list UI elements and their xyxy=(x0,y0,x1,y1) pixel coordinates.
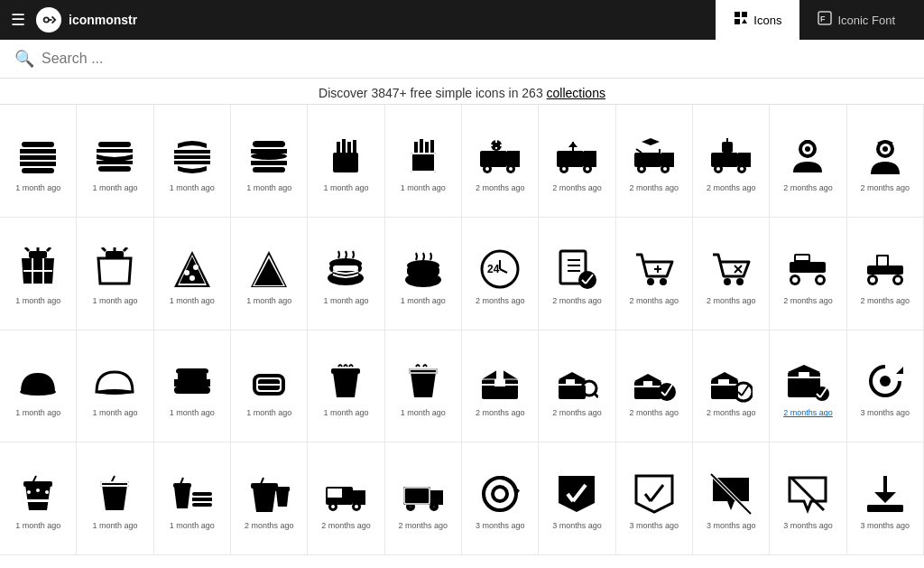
cup1-icon xyxy=(322,358,369,405)
cup2-icon xyxy=(400,358,447,405)
svg-rect-188 xyxy=(173,483,191,488)
svg-rect-195 xyxy=(275,487,290,491)
truck2-icon xyxy=(400,470,447,517)
list-item[interactable]: 1 month ago xyxy=(385,331,462,443)
list-item[interactable]: 2 months ago xyxy=(770,331,846,443)
list-item[interactable]: 1 month ago xyxy=(77,331,153,443)
search-icon: 🔍 xyxy=(14,49,34,69)
icon-timestamp: 2 months ago xyxy=(476,296,525,305)
menu-icon[interactable]: ☰ xyxy=(11,10,25,30)
svg-point-208 xyxy=(432,505,436,508)
icon-timestamp: 1 month ago xyxy=(92,296,137,305)
list-item[interactable]: 1 month ago xyxy=(231,105,308,218)
svg-rect-13 xyxy=(97,149,133,153)
list-item[interactable]: 2 months ago xyxy=(693,218,770,331)
list-item[interactable]: 1 month ago xyxy=(231,331,308,443)
list-item[interactable]: 1 month ago xyxy=(77,218,153,331)
list-item[interactable]: 3 months ago xyxy=(847,331,924,443)
burger1-icon xyxy=(14,133,61,180)
svg-point-103 xyxy=(407,260,439,271)
icon-timestamp: 2 months ago xyxy=(707,408,756,417)
icon-timestamp: 1 month ago xyxy=(323,408,368,417)
icon-timestamp: 3 months ago xyxy=(630,521,679,530)
list-item[interactable]: 2 months ago xyxy=(539,331,615,443)
truck1-icon xyxy=(322,470,369,517)
list-item[interactable]: 1 month ago xyxy=(385,105,462,218)
boxsearch-icon xyxy=(553,358,600,405)
list-item[interactable]: 1 month ago xyxy=(385,218,462,331)
svg-rect-145 xyxy=(331,368,360,374)
icon-timestamp: 2 months ago xyxy=(783,408,833,417)
list-item[interactable]: 1 month ago xyxy=(0,105,77,218)
icon-timestamp: 2 months ago xyxy=(476,183,525,192)
svg-point-59 xyxy=(663,167,667,171)
list-item[interactable]: 2 months ago xyxy=(847,218,924,331)
list-item[interactable]: 1 month ago xyxy=(0,218,77,331)
icon-timestamp: 2 months ago xyxy=(476,408,525,417)
list-item[interactable]: 1 month ago xyxy=(154,105,231,218)
list-item[interactable]: 2 months ago xyxy=(231,442,308,555)
list-item[interactable]: 3 months ago xyxy=(770,442,846,555)
list-item[interactable]: 2 months ago xyxy=(308,442,384,555)
list-item[interactable]: 2 months ago xyxy=(462,105,539,218)
list-item[interactable]: 3 months ago xyxy=(462,442,539,555)
list-item[interactable]: 2 months ago xyxy=(770,218,846,331)
nav-icons[interactable]: Icons xyxy=(716,0,799,40)
list-item[interactable]: 2 months ago xyxy=(616,105,693,218)
nav-iconic-font[interactable]: F Iconic Font xyxy=(799,0,913,40)
list-item[interactable]: 1 month ago xyxy=(0,442,77,555)
list-item[interactable]: 1 month ago xyxy=(308,218,384,331)
svg-point-125 xyxy=(818,277,823,283)
list-item[interactable]: 3 months ago xyxy=(539,442,615,555)
list-item[interactable]: 2 months ago xyxy=(385,442,462,555)
svg-rect-27 xyxy=(347,142,351,155)
box1-icon xyxy=(476,358,523,405)
list-item[interactable]: 3 months ago xyxy=(616,442,693,555)
list-item[interactable]: 1 month ago xyxy=(0,331,77,443)
icon-timestamp: 1 month ago xyxy=(323,296,368,305)
list-item[interactable]: 2 months ago xyxy=(539,105,615,218)
icon-timestamp: 1 month ago xyxy=(15,521,60,530)
svg-rect-16 xyxy=(174,150,210,154)
collections-link[interactable]: collections xyxy=(547,86,605,100)
icon-timestamp: 1 month ago xyxy=(92,521,137,530)
noodles1-icon xyxy=(14,246,61,293)
svg-point-124 xyxy=(792,277,798,283)
list-item[interactable]: 1 month ago xyxy=(154,218,231,331)
list-item[interactable]: 2 months ago xyxy=(539,218,615,331)
list-item[interactable]: 2 months ago xyxy=(616,331,693,443)
fries2-icon xyxy=(400,133,447,180)
svg-rect-77 xyxy=(29,251,47,258)
list-item[interactable]: 3 months ago xyxy=(693,442,770,555)
person2-icon xyxy=(862,133,909,180)
icon-timestamp: 2 months ago xyxy=(861,296,910,305)
svg-point-116 xyxy=(660,278,667,285)
list-item[interactable]: 3 months ago xyxy=(847,442,924,555)
list-item[interactable]: 2 months ago xyxy=(462,331,539,443)
list-item[interactable]: 2 months ago xyxy=(770,105,846,218)
search-input[interactable] xyxy=(42,51,312,67)
list-item[interactable]: 2 months ago xyxy=(693,105,770,218)
delivery2-icon xyxy=(553,133,600,180)
list-item[interactable]: 1 month ago xyxy=(154,442,231,555)
list-item[interactable]: 2 months ago xyxy=(693,331,770,443)
svg-rect-8 xyxy=(20,149,56,154)
icon-timestamp: 1 month ago xyxy=(246,183,291,192)
icon-timestamp: 1 month ago xyxy=(401,296,446,305)
list-item[interactable]: 1 month ago xyxy=(77,105,153,218)
person1-icon xyxy=(784,133,831,180)
svg-rect-11 xyxy=(22,168,54,173)
svg-rect-73 xyxy=(804,140,811,144)
list-item[interactable]: 2 months ago xyxy=(616,218,693,331)
svg-rect-15 xyxy=(98,166,131,172)
list-item[interactable]: 1 month ago xyxy=(77,442,153,555)
svg-point-212 xyxy=(494,489,505,499)
list-item[interactable]: 1 month ago xyxy=(231,218,308,331)
svg-marker-36 xyxy=(507,151,520,167)
list-item[interactable]: 1 month ago xyxy=(308,105,384,218)
list-item[interactable]: 1 month ago xyxy=(154,331,231,443)
list-item[interactable]: 2 months ago xyxy=(847,105,924,218)
logo[interactable]: iconmonstr xyxy=(36,7,137,33)
list-item[interactable]: 1 month ago xyxy=(308,331,384,443)
list-item[interactable]: 24 2 months ago xyxy=(462,218,539,331)
